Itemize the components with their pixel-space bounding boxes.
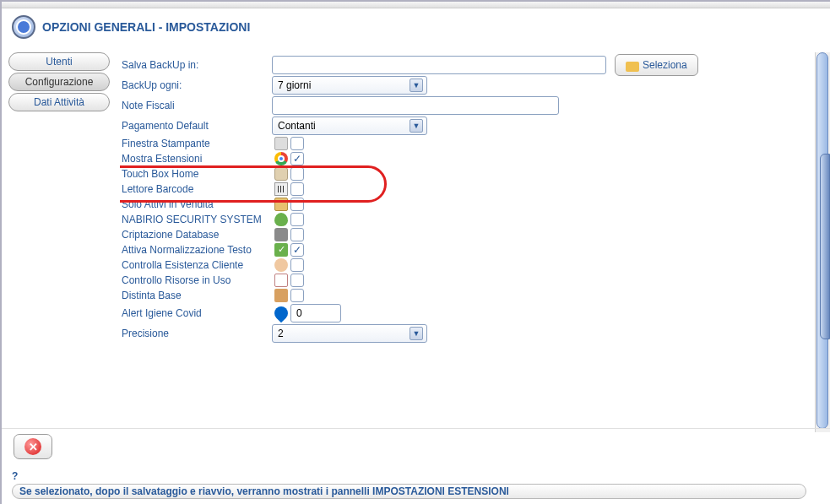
stack-icon [274,198,288,211]
side-handle[interactable] [820,154,830,339]
label-backup-path: Salva BackUp in: [120,59,272,71]
user-icon [274,258,288,272]
input-backup-path[interactable] [272,56,606,74]
option-label: Solo Attivi in Vendita [120,198,272,210]
check-icon [274,243,288,257]
label-fiscal-notes: Note Fiscali [120,100,272,111]
tab-configurazione[interactable]: Configurazione [8,73,110,91]
option-label: Controllo Risorse in Uso [120,274,272,286]
option-label: Finestra Stampante [120,138,272,149]
input-fiscal-notes[interactable] [272,96,559,115]
option-label: Criptazione Database [120,229,272,241]
window-titlebar [2,2,830,8]
tab-dati-attivita[interactable]: Dati Attività [8,93,110,111]
option-label: Mostra Estensioni [120,153,272,165]
select-precisione[interactable]: 2 ▼ [272,324,427,343]
header: OPZIONI GENERALI - IMPOSTAZIONI [2,8,830,44]
sidebar: Utenti Configurazione Dati Attività [2,44,120,432]
chevron-down-icon: ▼ [410,119,423,133]
select-payment-default[interactable]: Contanti ▼ [272,117,427,135]
label-backup-every: BackUp ogni: [120,79,272,91]
checkbox-barcode[interactable] [290,182,304,196]
db-icon [274,228,288,241]
printer-icon [274,137,288,150]
help-text-bar: Se selezionato, dopo il salvataggio e ri… [12,484,806,499]
label-alert-covid: Alert Igiene Covid [120,307,272,319]
checkbox-stack[interactable] [290,198,304,211]
folder-icon [626,62,639,72]
option-label: Distinta Base [120,290,272,301]
close-button[interactable]: ✕ [14,434,52,459]
checkbox-user[interactable] [290,258,304,272]
button-seleziona[interactable]: Seleziona [615,54,698,76]
cal-icon [274,274,288,287]
input-alert-covid[interactable] [290,304,341,322]
checkbox-chrome[interactable] [290,152,304,165]
settings-gear-icon [12,15,35,39]
checkbox-cal[interactable] [290,274,304,287]
checkbox-touch[interactable] [290,167,304,181]
checkbox-db[interactable] [290,228,304,241]
footer: ✕ ? Se selezionato, dopo il salvataggio … [2,428,830,504]
close-icon: ✕ [24,438,41,455]
chevron-down-icon: ▼ [410,79,423,92]
box-icon [274,289,288,302]
select-backup-every[interactable]: 7 giorni ▼ [272,76,427,95]
shield-icon [274,213,288,226]
option-label: NABIRIO SECURITY SYSTEM [120,214,272,225]
select-backup-every-value: 7 giorni [278,79,311,91]
option-label: Controlla Esistenza Cliente [120,259,272,271]
select-payment-default-value: Contanti [278,120,316,132]
tab-utenti[interactable]: Utenti [8,52,110,71]
option-label: Lettore Barcode [120,183,272,195]
page-title: OPZIONI GENERALI - IMPOSTAZIONI [42,20,250,34]
label-payment-default: Pagamento Default [120,120,272,132]
checkbox-box[interactable] [290,289,304,302]
option-label: Touch Box Home [120,168,272,180]
checkbox-check[interactable] [290,243,304,257]
droplet-icon [272,304,291,323]
touch-icon [274,167,288,181]
checkbox-printer[interactable] [290,137,304,150]
help-icon[interactable]: ? [12,470,18,482]
chevron-down-icon: ▼ [410,327,423,340]
chrome-icon [274,152,288,165]
select-precisione-value: 2 [278,328,284,339]
barcode-icon [274,182,288,196]
option-label: Attiva Normalizzazione Testo [120,244,272,256]
checkbox-shield[interactable] [290,213,304,226]
form-panel: Salva BackUp in: Seleziona BackUp ogni: … [120,44,830,432]
button-seleziona-label: Seleziona [643,59,687,71]
label-precisione: Precisione [120,328,272,339]
